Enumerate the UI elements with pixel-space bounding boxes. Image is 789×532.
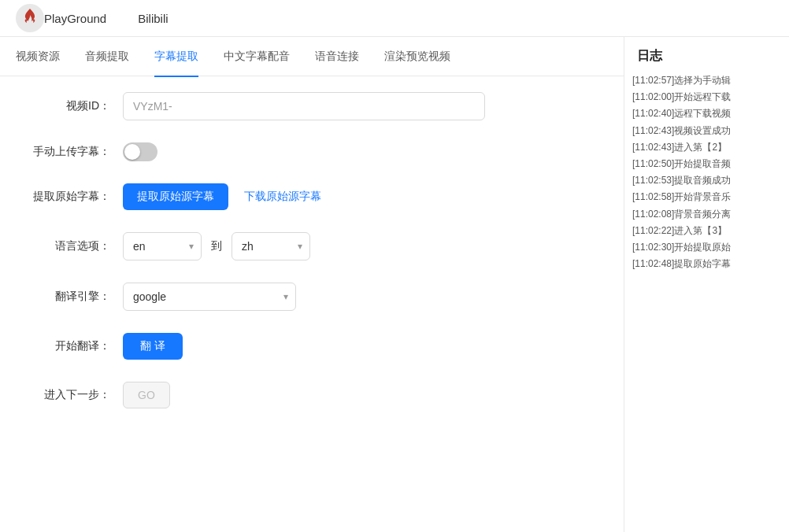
log-entry-2: [11:02:40]远程下载视频 <box>632 105 781 122</box>
tab-voice-connect[interactable]: 语音连接 <box>315 38 359 77</box>
language-options-label: 语言选项： <box>31 239 110 253</box>
translate-btn[interactable]: 翻 译 <box>123 333 183 360</box>
manual-upload-toggle-wrapper <box>123 142 157 161</box>
manual-upload-row: 手动上传字幕： <box>31 142 592 161</box>
log-entry-7: [11:02:58]开始背景音乐 <box>632 189 781 205</box>
lang-to-select[interactable]: zh en ja ko <box>232 232 310 260</box>
video-id-input[interactable] <box>123 92 485 120</box>
extract-btn[interactable]: 提取原始源字幕 <box>123 183 228 210</box>
log-entry-1: [11:02:00]开始远程下载 <box>632 89 781 105</box>
next-step-btn[interactable]: GO <box>123 382 170 408</box>
app-logo <box>16 4 44 32</box>
log-entry-0: [11:02:57]选择为手动辑 <box>632 72 781 89</box>
nav-bilibili[interactable]: Bilibili <box>138 12 168 25</box>
next-step-row: 进入下一步： GO <box>31 382 592 408</box>
main-content: 视频资源 音频提取 字幕提取 中文字幕配音 语音连接 渲染预览视频 视频ID： … <box>0 37 624 532</box>
log-entry-3: [11:02:43]视频设置成功 <box>632 123 781 139</box>
extract-source-label: 提取原始字幕： <box>31 190 110 204</box>
translate-engine-row: 翻译引擎： google deepl baidu ▾ <box>31 283 592 311</box>
log-entry-9: [11:02:22]进入第【3】 <box>632 223 781 239</box>
lang-to-wrapper: zh en ja ko ▾ <box>232 232 310 260</box>
header: PlayGround Bilibili <box>0 0 789 37</box>
to-text: 到 <box>211 239 222 253</box>
translate-engine-label: 翻译引擎： <box>31 290 110 304</box>
tab-render-preview[interactable]: 渲染预览视频 <box>384 38 450 77</box>
translate-engine-wrapper: google deepl baidu ▾ <box>123 283 296 311</box>
tab-audio-extract[interactable]: 音频提取 <box>85 38 129 77</box>
log-entry-6: [11:02:53]提取音频成功 <box>632 172 781 189</box>
translate-engine-select[interactable]: google deepl baidu <box>123 283 296 311</box>
sidebar: 日志 [11:02:57]选择为手动辑 [11:02:00]开始远程下载 [11… <box>624 37 789 532</box>
start-translate-row: 开始翻译： 翻 译 <box>31 333 592 360</box>
extract-source-row: 提取原始字幕： 提取原始源字幕 下载原始源字幕 <box>31 183 592 210</box>
header-nav: PlayGround Bilibili <box>44 12 169 25</box>
log-entry-10: [11:02:30]开始提取原始 <box>632 239 781 256</box>
video-id-label: 视频ID： <box>31 99 110 113</box>
tab-video-source[interactable]: 视频资源 <box>16 38 60 77</box>
start-translate-label: 开始翻译： <box>31 339 110 353</box>
log-entry-4: [11:02:43]进入第【2】 <box>632 139 781 156</box>
lang-from-select[interactable]: en zh ja ko <box>123 232 202 260</box>
download-link[interactable]: 下载原始源字幕 <box>244 190 321 204</box>
log-entry-11: [11:02:48]提取原始字幕 <box>632 256 781 272</box>
app-layout: 视频资源 音频提取 字幕提取 中文字幕配音 语音连接 渲染预览视频 视频ID： … <box>0 37 789 532</box>
language-options-row: 语言选项： en zh ja ko ▾ 到 zh en ja <box>31 232 592 260</box>
tab-chinese-dubbing[interactable]: 中文字幕配音 <box>224 38 290 77</box>
manual-upload-toggle[interactable] <box>123 142 157 161</box>
sidebar-log: [11:02:57]选择为手动辑 [11:02:00]开始远程下载 [11:02… <box>624 72 789 532</box>
video-id-row: 视频ID： <box>31 92 592 120</box>
log-entry-8: [11:02:08]背景音频分离 <box>632 206 781 223</box>
svg-point-0 <box>16 4 44 32</box>
form-area: 视频ID： 手动上传字幕： 提取原始字幕： 提取原始源字幕 下载原始源字幕 语言… <box>0 76 624 532</box>
log-entry-5: [11:02:50]开始提取音频 <box>632 156 781 172</box>
tab-bar: 视频资源 音频提取 字幕提取 中文字幕配音 语音连接 渲染预览视频 <box>0 37 624 76</box>
sidebar-title: 日志 <box>624 37 789 72</box>
nav-playground[interactable]: PlayGround <box>44 12 106 25</box>
lang-from-wrapper: en zh ja ko ▾ <box>123 232 202 260</box>
tab-subtitle-extract[interactable]: 字幕提取 <box>154 38 198 77</box>
next-step-label: 进入下一步： <box>31 388 110 402</box>
manual-upload-label: 手动上传字幕： <box>31 145 110 159</box>
